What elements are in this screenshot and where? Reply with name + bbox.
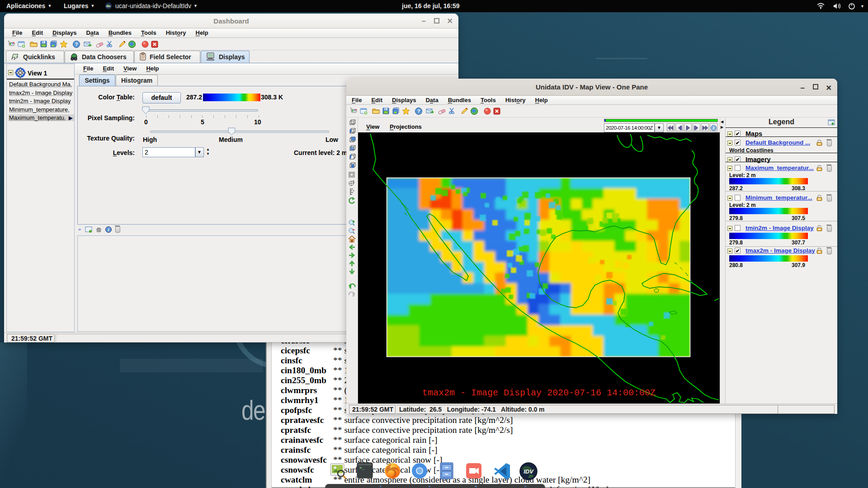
svg-text:tmax2m - Image Display 2020-07: tmax2m - Image Display 2020-07-16 14:00:…: [422, 388, 656, 398]
svg-text:>_: >_: [359, 465, 364, 470]
svg-text:?: ?: [417, 108, 420, 114]
svg-text:IDV: IDV: [106, 5, 111, 8]
svg-text:IDV: IDV: [524, 468, 534, 475]
svg-text:i: i: [108, 227, 109, 232]
svg-text:?: ?: [75, 42, 78, 47]
svg-text:i: i: [713, 126, 714, 131]
